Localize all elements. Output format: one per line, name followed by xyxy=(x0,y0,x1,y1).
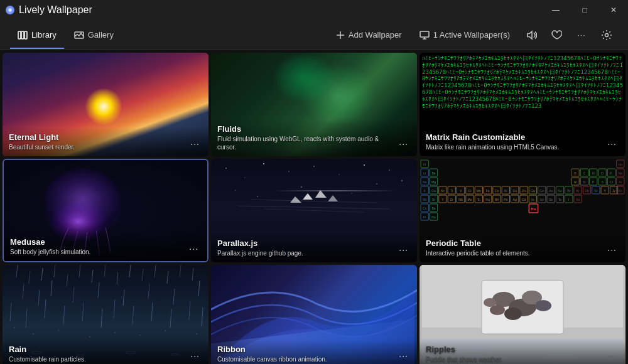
card-periodic-table[interactable]: H He Li Be B C N O xyxy=(420,159,625,262)
svg-point-219 xyxy=(535,300,551,311)
card-title: Eternal Light xyxy=(9,132,188,142)
card-menu: ··· xyxy=(605,137,619,151)
library-label: Library xyxy=(31,30,57,40)
svg-point-209 xyxy=(165,330,166,331)
svg-text:F: F xyxy=(610,171,612,175)
svg-line-195 xyxy=(151,302,153,321)
svg-rect-4 xyxy=(21,31,24,39)
card-info: Fluids Fluid simulation using WebGL, rea… xyxy=(211,119,417,156)
card-info: Parallax.js Parallax.js engine github pa… xyxy=(211,233,417,262)
svg-text:O: O xyxy=(601,171,604,175)
card-fluids[interactable]: Fluids Fluid simulation using WebGL, rea… xyxy=(211,53,417,156)
svg-text:Zr: Zr xyxy=(612,189,615,193)
svg-marker-33 xyxy=(290,196,301,203)
card-menu-button[interactable]: ··· xyxy=(605,244,619,256)
svg-text:Mn: Mn xyxy=(477,189,481,193)
svg-point-26 xyxy=(351,193,352,193)
close-button[interactable]: ✕ xyxy=(599,0,628,20)
card-info: Medusae Soft body jellyfish simulation. … xyxy=(4,232,207,261)
svg-text:Ra: Ra xyxy=(431,215,436,219)
svg-line-164 xyxy=(29,271,30,284)
card-desc: Matrix like rain animation using HTML5 C… xyxy=(426,143,605,151)
svg-line-193 xyxy=(114,299,115,318)
svg-text:N: N xyxy=(592,171,595,175)
svg-rect-9 xyxy=(420,31,429,37)
svg-text:Mo: Mo xyxy=(467,198,472,201)
svg-text:Nb: Nb xyxy=(458,198,463,201)
svg-text:Ca: Ca xyxy=(431,189,436,193)
card-desc: Soft body jellyfish simulation. xyxy=(10,248,187,256)
maximize-button[interactable]: □ xyxy=(570,0,599,20)
active-wallpaper-button[interactable]: 1 Active Wallpaper(s) xyxy=(412,26,517,44)
title-bar-left: Lively Wallpaper xyxy=(5,4,92,16)
svg-text:Sr: Sr xyxy=(432,198,435,201)
card-text: Ripples Puddle that shows weather. xyxy=(426,345,605,363)
svg-line-167 xyxy=(67,274,68,287)
svg-point-203 xyxy=(14,327,15,328)
svg-line-198 xyxy=(202,308,203,326)
card-menu-button[interactable]: ··· xyxy=(187,242,201,255)
svg-point-220 xyxy=(484,298,496,307)
svg-line-169 xyxy=(92,270,93,282)
svg-text:Y: Y xyxy=(604,189,606,193)
svg-line-184 xyxy=(148,284,149,299)
svg-line-186 xyxy=(198,281,200,296)
favorites-button[interactable] xyxy=(545,24,568,46)
wallpaper-grid: Eternal Light Beautiful sunset render. ·… xyxy=(0,50,628,364)
minimize-button[interactable]: — xyxy=(541,0,570,20)
svg-text:As: As xyxy=(549,189,553,193)
plus-icon xyxy=(336,31,345,40)
svg-text:Rb: Rb xyxy=(585,189,589,193)
add-wallpaper-button[interactable]: Add Wallpaper xyxy=(328,26,409,43)
svg-text:Te: Te xyxy=(558,198,562,201)
settings-button[interactable] xyxy=(595,24,618,46)
app-title: Lively Wallpaper xyxy=(19,4,92,16)
card-rain[interactable]: Rain Customisable rain particles. ··· xyxy=(3,265,208,364)
svg-line-180 xyxy=(51,281,52,296)
svg-text:Kr: Kr xyxy=(577,189,580,193)
svg-point-14 xyxy=(225,168,227,169)
card-desc: Customisable canvas ribbon animation. xyxy=(217,355,396,363)
svg-text:Cl: Cl xyxy=(610,180,613,184)
card-text: Fluids Fluid simulation using WebGL, rea… xyxy=(217,124,396,151)
tab-library[interactable]: Library xyxy=(10,26,64,44)
svg-text:He: He xyxy=(619,163,623,166)
card-menu-button[interactable]: ··· xyxy=(188,137,202,150)
card-info: Ribbon Customisable canvas ribbon animat… xyxy=(211,340,417,364)
card-menu-button[interactable]: ··· xyxy=(605,350,619,362)
svg-text:Xe: Xe xyxy=(576,198,580,201)
tab-gallery[interactable]: Gallery xyxy=(67,26,121,44)
card-parallax[interactable]: Parallax.js Parallax.js engine github pa… xyxy=(211,159,417,262)
svg-line-187 xyxy=(10,302,11,321)
svg-line-185 xyxy=(173,289,175,304)
svg-text:Co: Co xyxy=(495,189,499,193)
card-info: Rain Customisable rain particles. ··· xyxy=(3,340,208,364)
card-menu-button[interactable]: ··· xyxy=(396,350,411,362)
svg-line-190 xyxy=(63,306,65,324)
svg-line-175 xyxy=(167,271,168,284)
title-bar: Lively Wallpaper — □ ✕ xyxy=(0,0,628,20)
card-title: Periodic Table xyxy=(426,238,605,248)
card-medusae[interactable]: Medusae Soft body jellyfish simulation. … xyxy=(3,159,208,262)
card-eternal-light[interactable]: Eternal Light Beautiful sunset render. ·… xyxy=(3,53,208,156)
svg-point-15 xyxy=(244,177,245,178)
card-menu-button[interactable]: ··· xyxy=(396,244,411,256)
svg-point-23 xyxy=(235,190,236,190)
card-ribbon[interactable]: Ribbon Customisable canvas ribbon animat… xyxy=(211,265,417,364)
card-menu-button[interactable]: ··· xyxy=(188,350,202,362)
card-menu: ··· xyxy=(396,137,411,151)
svg-text:Si: Si xyxy=(583,180,586,184)
card-matrix-rain[interactable]: ﾊﾐﾋｰｳｼﾅﾓﾆｻﾜﾂｵﾘｱﾎﾃﾏｹﾒｴｶｷﾑﾕﾗｾﾈｽﾀﾇﾍ日ﾀｲｿﾁﾄﾉﾌ… xyxy=(420,53,625,156)
svg-point-204 xyxy=(33,333,34,335)
svg-line-178 xyxy=(23,284,24,299)
volume-button[interactable] xyxy=(520,24,543,46)
card-ripples[interactable]: Ripples Puddle that shows weather. ··· xyxy=(420,265,625,364)
svg-line-173 xyxy=(142,269,143,281)
card-info: Periodic Table Interactive periodic tabl… xyxy=(420,233,625,262)
more-button[interactable]: ··· xyxy=(570,24,593,46)
svg-text:H: H xyxy=(423,163,426,166)
svg-point-206 xyxy=(89,336,90,338)
card-menu-button[interactable]: ··· xyxy=(605,137,619,150)
card-menu-button[interactable]: ··· xyxy=(396,137,411,150)
svg-text:Ba: Ba xyxy=(531,207,536,211)
